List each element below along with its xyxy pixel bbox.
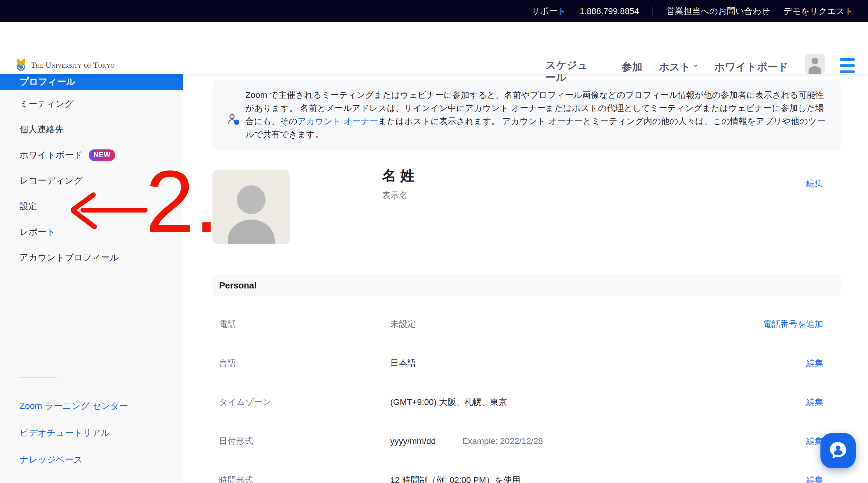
request-demo-link[interactable]: デモをリクエスト	[783, 5, 854, 17]
row-label: 日付形式	[219, 435, 253, 447]
add-phone-number-link[interactable]: 電話番号を追加	[763, 318, 823, 330]
sidebar-item-settings[interactable]: 設定	[0, 193, 183, 219]
phone-number[interactable]: 1.888.799.8854	[580, 6, 639, 16]
ginkgo-leaf-logo-icon	[16, 58, 27, 73]
sidebar-item-meetings[interactable]: ミーティング	[0, 91, 183, 117]
personal-section-header: Personal	[213, 275, 841, 296]
nav-schedule[interactable]: スケジュール	[546, 59, 594, 83]
top-utility-bar: サポート 1.888.799.8854 営業担当へのお問い合わせ デモをリクエス…	[0, 0, 868, 22]
nav-join[interactable]: 参加	[622, 60, 642, 74]
row-value: 未設定	[390, 318, 416, 330]
new-badge: NEW	[89, 149, 115, 161]
language-edit-link[interactable]: 編集	[806, 357, 823, 369]
chevron-down-icon[interactable]: ⌄	[692, 59, 699, 69]
row-label: 電話	[219, 318, 236, 330]
row-phone: 電話 未設定 電話番号を追加	[213, 311, 841, 337]
nav-whiteboard[interactable]: ホワイトボード	[714, 60, 788, 74]
profile-edit-link[interactable]: 編集	[806, 179, 823, 188]
avatar-person-icon	[812, 58, 818, 64]
sidebar-link-learning-center[interactable]: Zoom ラーニング センター	[0, 393, 183, 420]
timezone-edit-link[interactable]: 編集	[806, 396, 823, 408]
sidebar-divider	[20, 377, 57, 378]
row-label: 言語	[219, 357, 236, 369]
row-value: 日本語	[390, 357, 416, 369]
row-value: 12 時間制（例: 02:00 PM）を使用	[390, 475, 521, 483]
sidebar-item-profile[interactable]: プロフィール	[0, 74, 183, 90]
date-format-example: Example: 2022/12/28	[462, 436, 543, 446]
hamburger-menu-icon[interactable]	[840, 58, 855, 77]
row-language: 言語 日本語 編集	[213, 350, 841, 376]
row-timezone: タイムゾーン (GMT+9:00) 大阪、札幌、東京 編集	[213, 389, 841, 415]
sidebar-link-video-tutorials[interactable]: ビデオチュートリアル	[0, 420, 183, 446]
display-name-label: 表示名	[382, 190, 408, 201]
profile-avatar-placeholder[interactable]	[213, 170, 290, 244]
time-format-edit-link[interactable]: 編集	[806, 475, 823, 483]
sidebar-item-whiteboard[interactable]: ホワイトボード NEW	[0, 142, 183, 168]
row-value: yyyy/mm/dd	[390, 436, 436, 446]
site-header: The University of Tokyo スケジュール 参加 ホスト ⌄ …	[0, 22, 868, 74]
profile-sidebar: プロフィール ミーティング 個人連絡先 ホワイトボード NEW レコーディング …	[0, 74, 183, 483]
user-avatar[interactable]	[805, 54, 825, 74]
chat-support-button[interactable]	[820, 433, 856, 469]
university-of-tokyo-logo[interactable]: The University of Tokyo	[16, 58, 115, 73]
row-time-format: 時間形式 12 時間制（例: 02:00 PM）を使用 編集	[213, 467, 841, 483]
nav-host[interactable]: ホスト	[659, 60, 690, 74]
support-link[interactable]: サポート	[531, 5, 566, 17]
chat-bubble-person-icon	[827, 439, 849, 462]
sidebar-link-knowledge-base[interactable]: ナレッジベース	[0, 446, 183, 473]
row-date-format: 日付形式 yyyy/mm/dd Example: 2022/12/28 編集	[213, 428, 841, 454]
profile-name: 名 姓	[382, 166, 415, 185]
row-value: (GMT+9:00) 大阪、札幌、東京	[390, 396, 507, 408]
row-label: タイムゾーン	[219, 396, 271, 408]
user-shield-icon	[228, 113, 241, 128]
privacy-info-banner: Zoom で主催されるミーティングまたはウェビナーに参加すると、名前やプロフィー…	[213, 80, 841, 150]
sidebar-item-reports[interactable]: レポート	[0, 219, 183, 245]
contact-sales-link[interactable]: 営業担当へのお問い合わせ	[666, 5, 770, 17]
privacy-banner-text: Zoom で主催されるミーティングまたはウェビナーに参加すると、名前やプロフィー…	[245, 88, 831, 141]
logo-wordmark: The University of Tokyo	[31, 61, 115, 70]
row-label: 時間形式	[219, 475, 253, 483]
sidebar-item-account-profile[interactable]: アカウントプロフィール	[0, 245, 183, 270]
account-owner-link[interactable]: アカウント オーナー	[298, 117, 378, 126]
sidebar-item-recordings[interactable]: レコーディング	[0, 168, 183, 193]
topbar-divider	[652, 7, 653, 16]
sidebar-item-contacts[interactable]: 個人連絡先	[0, 117, 183, 142]
